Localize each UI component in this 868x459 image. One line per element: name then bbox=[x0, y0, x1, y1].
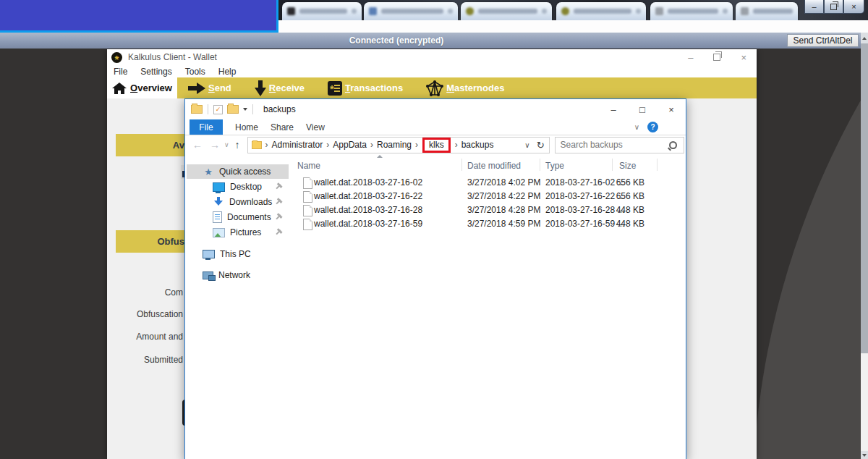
wallet-close-button[interactable]: × bbox=[741, 52, 746, 63]
refresh-icon[interactable]: ↻ bbox=[537, 140, 545, 151]
vnc-scrollbar[interactable] bbox=[861, 33, 868, 459]
scrollbar-down-button[interactable] bbox=[861, 451, 868, 459]
wallet-titlebar[interactable]: * Kalkulus Client - Wallet – × bbox=[107, 49, 757, 65]
send-ctrl-alt-del-button[interactable]: Send CtrlAltDel bbox=[787, 34, 859, 47]
breadcrumb-backups[interactable]: backups bbox=[461, 140, 494, 150]
sidebar-item-desktop[interactable]: Desktop bbox=[187, 180, 289, 194]
recent-locations-chevron-icon[interactable]: ∨ bbox=[224, 141, 229, 148]
column-header-size[interactable]: Size bbox=[619, 161, 636, 171]
breadcrumb-administrator[interactable]: Administrator bbox=[272, 140, 323, 150]
wallet-toolbar: Overview Send Receive Transactions Maste… bbox=[107, 77, 757, 98]
file-row[interactable]: wallet.dat.2018-03-27-16-22 3/27/2018 4:… bbox=[289, 190, 685, 203]
tab-close-icon[interactable] bbox=[636, 9, 641, 14]
qat-properties-icon[interactable]: ✓ bbox=[213, 105, 223, 114]
tab-transactions[interactable]: Transactions bbox=[328, 81, 403, 96]
sidebar-item-downloads[interactable]: Downloads bbox=[187, 195, 289, 209]
tab-close-icon[interactable] bbox=[448, 9, 453, 14]
file-date: 3/27/2018 4:59 PM bbox=[467, 219, 540, 229]
breadcrumb-roaming[interactable]: Roaming bbox=[377, 140, 412, 150]
sidebar-item-this-pc[interactable]: This PC bbox=[187, 247, 289, 261]
crumb-separator: › bbox=[370, 140, 373, 150]
file-date: 3/27/2018 4:22 PM bbox=[467, 191, 540, 201]
column-header-type[interactable]: Type bbox=[545, 161, 564, 171]
address-dropdown-chevron-icon[interactable]: ∨ bbox=[524, 141, 529, 149]
host-minimize-button[interactable]: – bbox=[804, 0, 824, 14]
menu-settings[interactable]: Settings bbox=[134, 67, 178, 77]
tab-send[interactable]: Send bbox=[188, 83, 231, 94]
breadcrumb-appdata[interactable]: AppData bbox=[333, 140, 367, 150]
host-close-button[interactable]: × bbox=[843, 0, 864, 14]
column-separator[interactable] bbox=[612, 159, 613, 171]
tab-close-icon[interactable] bbox=[723, 9, 728, 14]
explorer-maximize-button[interactable]: □ bbox=[628, 99, 657, 119]
explorer-close-button[interactable]: × bbox=[657, 99, 686, 119]
browser-tab[interactable] bbox=[556, 2, 646, 20]
file-icon bbox=[303, 219, 312, 230]
back-button[interactable]: ← bbox=[192, 139, 203, 151]
explorer-titlebar[interactable]: ✓ backups – □ × bbox=[185, 99, 686, 119]
help-icon[interactable]: ? bbox=[647, 122, 658, 132]
file-row[interactable]: wallet.dat.2018-03-27-16-59 3/27/2018 4:… bbox=[289, 217, 685, 231]
address-bar-row: ← → ∨ ↑ › Administrator › AppData › Roam… bbox=[185, 135, 686, 154]
tab-close-icon[interactable] bbox=[352, 9, 357, 14]
pin-icon bbox=[272, 197, 284, 209]
sidebar-item-quick-access[interactable]: ★ Quick access bbox=[187, 164, 289, 179]
column-separator[interactable] bbox=[657, 159, 658, 171]
restore-icon bbox=[830, 4, 837, 10]
ribbon-tab-file[interactable]: File bbox=[190, 119, 223, 135]
column-header-date-modified[interactable]: Date modified bbox=[467, 161, 521, 171]
available-banner-label: Av bbox=[116, 140, 184, 151]
qat-customize-chevron-icon[interactable] bbox=[243, 108, 247, 111]
connection-status: Connected (encrypted) bbox=[349, 35, 444, 46]
file-row[interactable]: wallet.dat.2018-03-27-16-28 3/27/2018 4:… bbox=[289, 203, 685, 217]
menu-file[interactable]: File bbox=[107, 67, 134, 77]
completion-label: Com bbox=[107, 287, 183, 298]
search-input[interactable]: Search backups bbox=[555, 137, 684, 153]
column-header-name[interactable]: Name bbox=[297, 161, 320, 171]
tab-close-icon[interactable] bbox=[542, 9, 547, 14]
column-separator[interactable] bbox=[540, 159, 540, 171]
browser-tab[interactable] bbox=[282, 2, 362, 20]
ribbon-tab-share[interactable]: Share bbox=[271, 122, 294, 132]
menu-help[interactable]: Help bbox=[212, 67, 243, 77]
ribbon-expand-chevron-icon[interactable]: ∨ bbox=[634, 123, 639, 131]
downloads-icon bbox=[213, 197, 224, 207]
menu-tools[interactable]: Tools bbox=[179, 67, 212, 77]
wallet-restore-button[interactable] bbox=[713, 54, 720, 61]
tab-favicon bbox=[466, 7, 474, 15]
scrollbar-up-button[interactable] bbox=[861, 33, 868, 43]
tab-receive[interactable]: Receive bbox=[255, 80, 305, 96]
breadcrumb-klks-highlighted[interactable]: klks bbox=[422, 138, 451, 153]
sidebar-item-pictures[interactable]: Pictures bbox=[187, 225, 289, 240]
forward-button[interactable]: → bbox=[210, 139, 220, 151]
sidebar-item-documents[interactable]: Documents bbox=[187, 210, 289, 224]
separator bbox=[252, 104, 253, 114]
browser-tab[interactable] bbox=[461, 2, 552, 20]
tab-masternodes-label: Masternodes bbox=[446, 83, 504, 93]
up-button[interactable]: ↑ bbox=[235, 139, 240, 151]
blue-overlay-panel bbox=[0, 0, 278, 33]
address-bar[interactable]: › Administrator › AppData › Roaming › kl… bbox=[247, 137, 550, 153]
browser-tab[interactable] bbox=[650, 2, 733, 20]
browser-tab[interactable] bbox=[736, 2, 798, 20]
explorer-window-title: backups bbox=[263, 104, 296, 114]
host-restore-button[interactable] bbox=[824, 0, 843, 14]
send-arrow-icon bbox=[188, 83, 205, 94]
ribbon-tab-view[interactable]: View bbox=[306, 122, 325, 132]
explorer-minimize-button[interactable]: – bbox=[599, 99, 628, 119]
file-size: 448 KB bbox=[600, 219, 644, 229]
browser-tab-strip: – × bbox=[278, 0, 868, 20]
column-separator[interactable] bbox=[461, 159, 462, 171]
tab-overview[interactable]: Overview bbox=[107, 77, 177, 98]
browser-tab[interactable] bbox=[364, 2, 458, 20]
this-pc-icon bbox=[203, 250, 215, 258]
sidebar-item-network[interactable]: Network bbox=[187, 268, 289, 282]
documents-icon bbox=[213, 211, 222, 223]
file-row[interactable]: wallet.dat.2018-03-27-16-02 3/27/2018 4:… bbox=[289, 176, 685, 190]
ribbon-tab-home[interactable]: Home bbox=[235, 122, 258, 132]
vnc-status-bar: Connected (encrypted) bbox=[0, 33, 868, 49]
wallet-minimize-button[interactable]: – bbox=[688, 52, 693, 63]
scrollbar-thumb[interactable] bbox=[861, 43, 868, 353]
qat-new-folder-icon[interactable] bbox=[227, 105, 239, 114]
tab-masternodes[interactable]: Masternodes bbox=[426, 80, 504, 96]
